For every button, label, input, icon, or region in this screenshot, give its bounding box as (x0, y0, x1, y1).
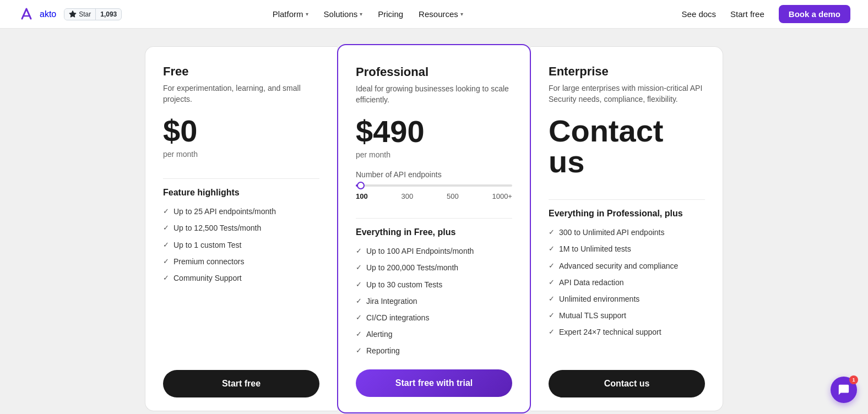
check-icon: ✓ (356, 330, 362, 339)
check-icon: ✓ (163, 207, 169, 216)
chevron-down-icon: ▾ (360, 11, 362, 17)
free-plan-subtitle: For experimentation, learning, and small… (163, 83, 319, 105)
free-features-title: Feature highlights (163, 188, 319, 198)
pro-feature-5: CI/CD integrations (366, 313, 429, 323)
chat-badge: 1 (849, 375, 858, 384)
check-icon: ✓ (163, 274, 169, 283)
book-demo-button[interactable]: Book a demo (779, 5, 850, 23)
check-icon: ✓ (549, 262, 555, 271)
nav-solutions-label: Solutions (324, 9, 358, 19)
logo-text: akto (40, 9, 56, 19)
enterprise-plan-price: Contact us (549, 116, 705, 177)
list-item: ✓ Community Support (163, 273, 319, 283)
free-plan-divider (163, 178, 319, 179)
chat-widget[interactable]: 1 (831, 377, 857, 403)
list-item: ✓ Up to 200,000 Tests/month (356, 263, 512, 273)
check-icon: ✓ (163, 224, 169, 233)
logo-icon (18, 6, 35, 23)
check-icon: ✓ (356, 313, 362, 323)
slider-track (356, 184, 512, 187)
chevron-down-icon: ▾ (460, 11, 463, 17)
list-item: ✓ API Data redaction (549, 277, 705, 287)
check-icon: ✓ (163, 257, 169, 266)
professional-cta-area: Start free with trial (356, 356, 512, 397)
professional-plan-card: Professional Ideal for growing businesse… (337, 44, 531, 413)
start-free-trial-button[interactable]: Start free with trial (356, 369, 512, 397)
check-icon: ✓ (356, 346, 362, 356)
check-icon: ✓ (356, 247, 362, 256)
list-item: ✓ Jira Integration (356, 296, 512, 306)
pro-feature-3: Up to 30 custom Tests (366, 280, 442, 290)
enterprise-plan-title: Enterprise (549, 64, 705, 79)
slider-tick-300: 300 (401, 192, 413, 200)
nav-platform[interactable]: Platform ▾ (273, 9, 308, 19)
slider-tick-500: 500 (447, 192, 459, 200)
slider-tick-100: 100 (356, 192, 368, 200)
free-feature-2: Up to 12,500 Tests/month (173, 223, 261, 233)
nav-resources[interactable]: Resources ▾ (419, 9, 463, 19)
nav-solutions[interactable]: Solutions ▾ (324, 9, 363, 19)
check-icon: ✓ (356, 280, 362, 290)
chat-icon (838, 384, 850, 396)
list-item: ✓ Up to 25 API endpoints/month (163, 206, 319, 216)
list-item: ✓ Premium connectors (163, 257, 319, 266)
see-docs-link[interactable]: See docs (682, 9, 717, 19)
nav-links: Platform ▾ Solutions ▾ Pricing Resources… (273, 9, 463, 19)
slider-thumb[interactable] (357, 182, 365, 189)
free-feature-4: Premium connectors (173, 257, 244, 266)
ent-feature-1: 300 to Unlimited API endpoints (559, 227, 664, 237)
nav-pricing[interactable]: Pricing (378, 9, 403, 19)
professional-plan-price: $490 (356, 116, 512, 147)
contact-us-button[interactable]: Contact us (549, 370, 705, 397)
nav-resources-label: Resources (419, 9, 458, 19)
nav-pricing-label: Pricing (378, 9, 403, 19)
professional-plan-subtitle: Ideal for growing businesses looking to … (356, 84, 512, 105)
logo[interactable]: akto (18, 6, 56, 23)
start-free-button[interactable]: Start free (163, 370, 319, 397)
start-free-nav-button[interactable]: Start free (723, 6, 772, 22)
star-count: 1,093 (96, 9, 121, 20)
list-item: ✓ Expert 24×7 technical support (549, 327, 705, 337)
check-icon: ✓ (163, 241, 169, 250)
free-plan-card: Free For experimentation, learning, and … (145, 46, 337, 411)
ent-feature-3: Advanced security and compliance (559, 261, 678, 271)
list-item: ✓ Mutual TLS support (549, 310, 705, 320)
enterprise-feature-list: ✓ 300 to Unlimited API endpoints ✓ 1M to… (549, 227, 705, 356)
free-feature-5: Community Support (173, 273, 242, 283)
check-icon: ✓ (356, 297, 362, 306)
list-item: ✓ Unlimited environments (549, 294, 705, 304)
enterprise-plan-divider (549, 199, 705, 200)
enterprise-plan-card: Enterprise For large enterprises with mi… (531, 46, 723, 411)
free-feature-1: Up to 25 API endpoints/month (173, 206, 276, 216)
pro-feature-7: Reporting (366, 346, 400, 356)
ent-feature-7: Expert 24×7 technical support (559, 327, 661, 337)
slider-tick-1000: 1000+ (492, 192, 512, 200)
pricing-cards: Free For experimentation, learning, and … (145, 46, 723, 411)
pro-feature-2: Up to 200,000 Tests/month (366, 263, 458, 273)
free-plan-title: Free (163, 64, 319, 79)
enterprise-cta-area: Contact us (549, 357, 705, 397)
check-icon: ✓ (549, 295, 555, 304)
professional-plan-divider (356, 218, 512, 219)
professional-plan-period: per month (356, 150, 512, 159)
main-content: Free For experimentation, learning, and … (0, 29, 868, 414)
api-endpoints-slider-section: Number of API endpoints 100 300 500 1000… (356, 170, 512, 200)
list-item: ✓ Up to 1 custom Test (163, 240, 319, 250)
free-plan-period: per month (163, 150, 319, 159)
chevron-down-icon: ▾ (306, 11, 308, 17)
ent-feature-6: Mutual TLS support (559, 310, 626, 320)
star-label: Star (79, 10, 91, 18)
professional-features-title: Everything in Free, plus (356, 227, 512, 237)
free-feature-3: Up to 1 custom Test (173, 240, 241, 250)
check-icon: ✓ (356, 263, 362, 273)
slider-label: Number of API endpoints (356, 170, 512, 179)
professional-plan-title: Professional (356, 65, 512, 79)
github-badge[interactable]: Star 1,093 (64, 8, 122, 20)
list-item: ✓ Up to 100 API Endpoints/month (356, 246, 512, 256)
check-icon: ✓ (549, 311, 555, 320)
free-plan-price: $0 (163, 116, 319, 146)
list-item: ✓ Advanced security and compliance (549, 261, 705, 271)
pro-feature-1: Up to 100 API Endpoints/month (366, 246, 474, 256)
free-cta-area: Start free (163, 357, 319, 397)
navbar: akto Star 1,093 Platform ▾ Solutions ▾ P… (0, 0, 868, 29)
